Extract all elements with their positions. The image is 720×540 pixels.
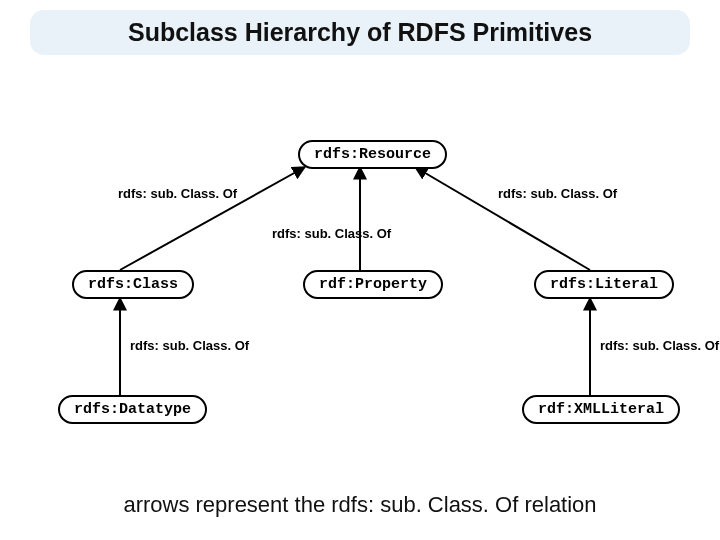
diagram-caption: arrows represent the rdfs: sub. Class. O… bbox=[0, 492, 720, 518]
node-rdf-xmlliteral: rdf:XMLLiteral bbox=[522, 395, 680, 424]
page-title-text: Subclass Hierarchy of RDFS Primitives bbox=[128, 18, 592, 46]
edge-label-property-resource: rdfs: sub. Class. Of bbox=[272, 226, 391, 241]
node-rdfs-literal: rdfs:Literal bbox=[534, 270, 674, 299]
caption-text: arrows represent the rdfs: sub. Class. O… bbox=[123, 492, 596, 517]
node-rdfs-class: rdfs:Class bbox=[72, 270, 194, 299]
svg-line-2 bbox=[415, 167, 590, 270]
node-rdf-property: rdf:Property bbox=[303, 270, 443, 299]
node-label: rdfs:Resource bbox=[314, 146, 431, 163]
edge-label-datatype-class: rdfs: sub. Class. Of bbox=[130, 338, 249, 353]
edge-label-class-resource: rdfs: sub. Class. Of bbox=[118, 186, 237, 201]
node-label: rdfs:Datatype bbox=[74, 401, 191, 418]
edge-label-xmlliteral-literal: rdfs: sub. Class. Of bbox=[600, 338, 719, 353]
svg-line-0 bbox=[120, 167, 305, 270]
node-label: rdfs:Literal bbox=[550, 276, 658, 293]
node-label: rdfs:Class bbox=[88, 276, 178, 293]
node-rdfs-resource: rdfs:Resource bbox=[298, 140, 447, 169]
node-rdfs-datatype: rdfs:Datatype bbox=[58, 395, 207, 424]
node-label: rdf:Property bbox=[319, 276, 427, 293]
node-label: rdf:XMLLiteral bbox=[538, 401, 664, 418]
edge-label-literal-resource: rdfs: sub. Class. Of bbox=[498, 186, 617, 201]
page-title: Subclass Hierarchy of RDFS Primitives bbox=[30, 10, 690, 55]
